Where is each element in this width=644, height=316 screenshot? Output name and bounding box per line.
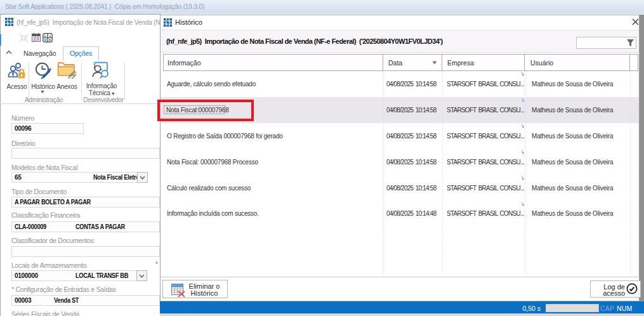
svg-text:23: 23: [33, 36, 39, 42]
